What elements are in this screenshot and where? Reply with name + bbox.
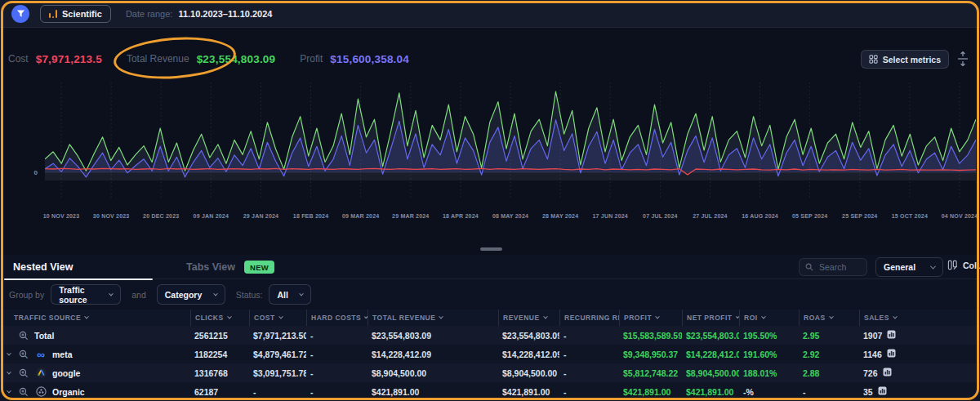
profit-value: $15,600,358.04 [330,53,409,65]
col-clicks[interactable]: CLICKS [190,310,249,326]
date-range[interactable]: Date range: 11.10.2023–11.10.2024 [126,9,273,19]
col-profit[interactable]: PROFIT [619,310,682,326]
col-recurring-revenue[interactable]: RECURRING REVEN... [559,310,619,326]
date-range-label: Date range: [126,9,172,19]
cell-roas: 2.88 [799,368,859,378]
view-preset-value: General [884,262,915,272]
row-expand-chevron-icon[interactable] [5,353,13,356]
magnifier-drill-icon[interactable] [18,330,29,341]
cell-roi: 195.50% [739,331,799,341]
col-sales[interactable]: SALES [859,310,980,326]
x-tick-label: 18 FEB 2024 [284,213,338,219]
new-badge: NEW [244,261,274,274]
magnifier-drill-icon[interactable] [18,368,29,379]
cell-profit: $9,348,950.37 [619,350,682,359]
group-by-2-select[interactable]: Category [157,284,225,305]
col-revenue[interactable]: REVENUE [498,310,559,326]
sort-icon [227,314,232,319]
col-cost[interactable]: COST [249,310,306,326]
mini-report-icon[interactable] [887,330,896,341]
performance-chart[interactable]: 3000002000001000000-100000 10 NOV 202330… [0,78,980,225]
x-tick-label: 05 SEP 2024 [783,213,837,219]
chevron-down-icon [109,291,114,295]
mini-report-icon[interactable] [878,386,887,397]
cell-hard-costs: - [306,350,368,359]
col-total-revenue[interactable]: TOTAL REVENUE [368,310,498,326]
chevron-down-icon [213,291,218,296]
x-tick-label: 09 JAN 2024 [184,213,238,219]
view-preset-select[interactable]: General [875,257,943,277]
cell-clicks: 62187 [190,387,249,397]
cell-total-revenue: $14,228,412.09 [368,350,498,359]
magnifier-drill-icon[interactable] [18,386,29,398]
cell-total-revenue: $421,891.00 [368,387,498,397]
group-by-1-select[interactable]: Traffic source [51,284,121,305]
cell-cost: - [249,387,306,397]
chart-canvas [45,78,976,212]
sort-icon [829,314,834,319]
cell-recurring-revenue: - [559,350,619,359]
col-traffic-source[interactable]: TRAFFIC SOURCE [0,310,190,326]
columns-button[interactable]: Columns [947,260,980,270]
table-body: Total 2561215 $7,971,213.50 - $23,554,80… [0,326,980,401]
x-tick-label: 04 NOV 2024 [933,213,980,219]
cell-clicks: 1182254 [190,350,249,359]
funnel-icon [16,9,25,18]
search-input[interactable] [817,261,860,273]
col-roas[interactable]: ROAS [799,310,859,326]
tab-nested-view[interactable]: Nested View [0,255,157,279]
table-search[interactable] [799,258,867,276]
row-expand-chevron-icon[interactable] [5,390,13,394]
chevron-down-icon [930,263,936,269]
cell-total-revenue: $23,554,803.09 [368,331,498,341]
filter-fab-button[interactable] [11,5,29,23]
x-tick-label: 20 DEC 2023 [134,213,188,219]
cost-value: $7,971,213.5 [36,53,102,65]
sort-icon [84,314,89,319]
mini-report-icon[interactable] [883,368,892,378]
table-row[interactable]: ∞ meta 1182254 $4,879,461.72 - $14,228,4… [0,345,980,363]
cell-revenue: $421,891.00 [498,387,559,397]
total-revenue-value: $23,554,803.09 [197,53,276,65]
cell-net-profit: $23,554,803.09 [682,331,739,341]
status-value: All [277,290,287,300]
metric-profit: Profit $15,600,358.04 [300,53,409,65]
select-metrics-button[interactable]: Select metrics [861,50,949,69]
cell-recurring-revenue: - [559,387,619,397]
cell-hard-costs: - [306,387,368,397]
date-range-value: 11.10.2023–11.10.2024 [178,9,272,19]
col-hard-costs[interactable]: HARD COSTS [306,310,368,326]
col-net-profit[interactable]: NET PROFIT [682,310,739,326]
mini-report-icon[interactable] [887,349,896,359]
cell-revenue: $14,228,412.09 [498,350,559,359]
cell-clicks: 2561215 [190,331,249,341]
scientific-mode-button[interactable]: Scientific [40,5,111,23]
scientific-mode-label: Scientific [62,9,102,19]
sort-icon [736,314,739,319]
group-by-label: Group by [9,290,44,300]
cell-cost: $7,971,213.50 [249,331,306,341]
table-row[interactable]: google 1316768 $3,091,751.78 - $8,904,50… [0,363,980,382]
cell-recurring-revenue: - [559,331,619,341]
split-resize-handle[interactable] [480,247,502,251]
total-revenue-label: Total Revenue [127,53,189,65]
profit-label: Profit [300,53,323,65]
sort-icon [655,314,660,319]
grid-icon [869,55,878,64]
magnifier-drill-icon[interactable] [18,349,29,360]
table-row[interactable]: Organic 62187 - - $421,891.00 $421,891.0… [0,382,980,401]
mini-bar-chart-icon [49,10,57,18]
x-tick-label: 18 APR 2024 [434,213,488,219]
col-roi[interactable]: ROI [739,310,799,326]
status-select[interactable]: All [269,284,311,305]
x-tick-label: 27 JUL 2024 [683,213,737,219]
row-expand-chevron-icon[interactable] [5,372,13,375]
row-name: Total [34,331,54,341]
view-tabs-row: Nested View Tabs View NEW General Column… [0,255,980,279]
row-name: google [52,368,80,378]
expand-vertical-icon[interactable] [956,51,969,66]
table-row[interactable]: Total 2561215 $7,971,213.50 - $23,554,80… [0,326,980,345]
and-label: and [131,290,146,300]
tab-tabs-view[interactable]: Tabs View NEW [186,255,274,279]
group-by-1-value: Traffic source [59,285,109,305]
